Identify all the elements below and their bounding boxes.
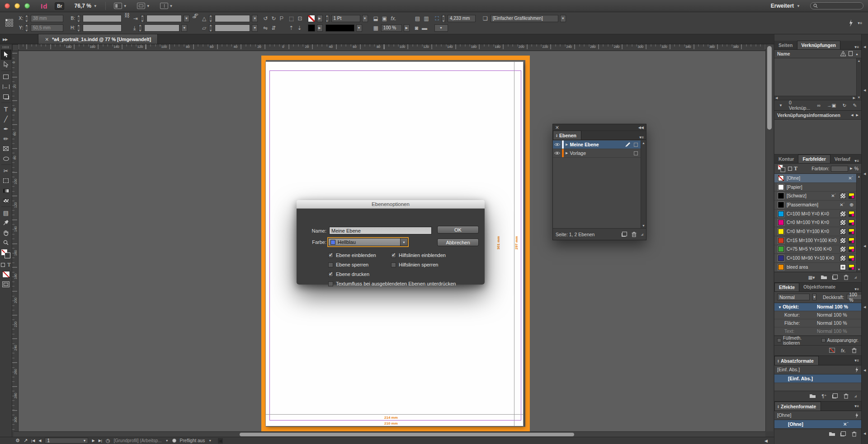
- shear-stepper[interactable]: [209, 24, 213, 32]
- layer-name[interactable]: Meine Ebene: [570, 142, 599, 147]
- panel-menu-icon[interactable]: ▾≡: [854, 358, 861, 363]
- scrollbar-thumb[interactable]: [240, 433, 574, 436]
- quick-apply-lightning-icon[interactable]: [855, 412, 859, 418]
- quick-apply-lightning-icon[interactable]: [855, 367, 859, 373]
- swatch-row[interactable]: bleed area ✕˙ ⊕: [774, 263, 856, 272]
- trash-icon[interactable]: [844, 393, 849, 399]
- opacity-dropdown[interactable]: ▶: [404, 24, 410, 32]
- relink-icon[interactable]: ∞: [817, 103, 821, 108]
- stroke-type-dropdown[interactable]: ▼: [356, 24, 362, 32]
- new-layer-icon[interactable]: [622, 232, 627, 237]
- dialog-checkbox[interactable]: Hilfslinien sperren: [391, 262, 446, 267]
- wrap-bounding-icon[interactable]: ▥: [424, 15, 429, 22]
- links-hscrollbar[interactable]: ◀▶: [774, 96, 856, 100]
- panel-menu-icon[interactable]: ▾≡: [854, 159, 861, 163]
- checkbox-icon[interactable]: [328, 253, 333, 258]
- type-tool[interactable]: T: [1, 104, 11, 114]
- new-color-group-icon[interactable]: [821, 275, 827, 280]
- clear-effects-icon[interactable]: [829, 348, 835, 353]
- effects-target-row[interactable]: Kontur: Normal 100 %: [774, 311, 861, 319]
- zoom-tool[interactable]: [1, 238, 11, 248]
- opacity-field[interactable]: 100 %: [381, 24, 402, 32]
- layers-scrollbar[interactable]: ▲▼: [641, 140, 646, 228]
- rectangle-frame-tool[interactable]: [1, 144, 11, 154]
- vertical-ruler[interactable]: 0204060801001201401601802002202402602803…: [12, 51, 19, 431]
- isolate-blending-checkbox[interactable]: [777, 338, 781, 342]
- layer-name[interactable]: Vorlage: [570, 150, 586, 156]
- swatch-row[interactable]: [Passermarken] ✕˙ ⊕: [774, 201, 856, 210]
- page-tool[interactable]: [1, 72, 11, 82]
- prev-link-icon[interactable]: ◀: [851, 113, 853, 117]
- zoom-level-dropdown[interactable]: 76,7 %▼: [74, 3, 97, 9]
- swatch-views-icon[interactable]: ▦▾: [808, 275, 815, 280]
- gap-tool[interactable]: ↔: [1, 82, 11, 92]
- close-document-icon[interactable]: ✕: [45, 37, 49, 42]
- rotate-cw-icon[interactable]: ↻: [271, 15, 276, 22]
- search-input[interactable]: [810, 2, 863, 9]
- cancel-button[interactable]: Abbrechen: [437, 238, 479, 246]
- gradient-tool[interactable]: [1, 186, 11, 196]
- stroke-proxy-swatch[interactable]: [5, 252, 10, 258]
- close-panel-icon[interactable]: ✕: [555, 125, 559, 130]
- wrap-object-icon[interactable]: ◙: [415, 25, 418, 31]
- expand-panel-icon[interactable]: ◀: [863, 89, 866, 92]
- fill-swatch[interactable]: [308, 24, 315, 32]
- swatch-row[interactable]: [Ohne] ✕˙ ⊕: [774, 174, 856, 183]
- formatting-container-icon[interactable]: [1, 263, 5, 267]
- disclosure-triangle-icon[interactable]: ▶: [566, 143, 568, 146]
- expand-panel-icon[interactable]: ◀: [863, 45, 866, 49]
- effects-target-row[interactable]: Text: Normal 100 %: [774, 327, 861, 336]
- new-style-icon[interactable]: [833, 393, 838, 399]
- trash-icon[interactable]: [844, 275, 849, 280]
- dock-edge-strip[interactable]: ◀ ◀ ◀ ◀ ◀ ◀ ◀: [861, 34, 868, 444]
- corner-radius-stepper[interactable]: [442, 15, 446, 22]
- formatting-text-icon[interactable]: T: [794, 165, 797, 172]
- dialog-checkbox[interactable]: Ebene sperren: [328, 262, 376, 267]
- layer-row[interactable]: ▶ Vorlage: [553, 149, 641, 158]
- blend-mode-field[interactable]: Normal: [777, 294, 810, 300]
- links-column-header[interactable]: Name: [777, 51, 790, 56]
- trash-icon[interactable]: [632, 232, 637, 237]
- rotation-stepper[interactable]: [209, 15, 213, 22]
- stroke-type-field[interactable]: [326, 24, 354, 32]
- stroke-swatch[interactable]: [308, 15, 315, 22]
- horizontal-ruler[interactable]: 1801601401201008060402002040608010012014…: [19, 44, 765, 51]
- first-page-icon[interactable]: |◀: [31, 439, 35, 443]
- expand-panel-icon[interactable]: ◀: [863, 432, 866, 435]
- checkbox-icon[interactable]: [391, 253, 396, 258]
- scale-x-stepper[interactable]: [141, 15, 145, 22]
- x-field[interactable]: 38 mm: [31, 15, 63, 22]
- effects-square-icon[interactable]: ▣: [382, 15, 387, 22]
- fill-swatch-dropdown[interactable]: ▶: [317, 24, 323, 32]
- resize-grip[interactable]: ◢: [854, 394, 857, 398]
- checkbox-icon[interactable]: [391, 262, 396, 267]
- y-field[interactable]: 50,5 mm: [31, 24, 63, 32]
- swatch-row[interactable]: C=100 M=90 Y=10 K=0 ✕˙ ⊕: [774, 254, 856, 263]
- fill-stroke-proxy[interactable]: [1, 249, 10, 258]
- link-info-header[interactable]: Verknüpfungsinformationen: [777, 112, 840, 118]
- dialog-checkbox[interactable]: Ebene drucken: [328, 271, 376, 277]
- scroll-left-edge-icon[interactable]: ◀: [764, 439, 768, 443]
- layer-visibility-toggle[interactable]: [553, 140, 562, 149]
- expand-panel-icon[interactable]: ◀: [863, 244, 866, 248]
- panel-tab[interactable]: Kontur: [774, 154, 798, 163]
- expand-panel-icon[interactable]: ◀: [863, 369, 866, 372]
- swatch-row[interactable]: [Schwarz] ✕˙ ⊕: [774, 192, 856, 201]
- preflight-profile[interactable]: [Grundprofil] (Arbeitsp...: [113, 438, 161, 443]
- layer-target-square[interactable]: [634, 143, 638, 147]
- panel-tab[interactable]: Verlauf: [830, 154, 854, 163]
- swatch-row[interactable]: C=0 M=0 Y=100 K=0 ✕˙ ⊕: [774, 227, 856, 236]
- wrap-jump-icon[interactable]: ▬: [422, 25, 427, 31]
- ok-button[interactable]: OK: [437, 226, 479, 234]
- scale-x-dropdown[interactable]: ▼: [184, 15, 189, 22]
- layers-tab[interactable]: ▴▾ Ebenen: [553, 131, 581, 140]
- collapse-tools-icon[interactable]: ▶▶: [3, 37, 7, 42]
- preflight-sync-icon[interactable]: ⚙: [15, 438, 20, 444]
- swatch-row[interactable]: [Papier] ✕˙ ⊕: [774, 183, 856, 192]
- zoom-window-button[interactable]: [24, 3, 30, 9]
- swatch-row[interactable]: C=100 M=0 Y=0 K=0 ✕˙ ⊕: [774, 210, 856, 219]
- stroke-proxy-swatch[interactable]: [781, 168, 785, 172]
- screen-mode-normal-button[interactable]: [2, 281, 9, 287]
- object-style-dropdown[interactable]: ▼: [560, 15, 566, 22]
- rotation-field[interactable]: [215, 15, 250, 22]
